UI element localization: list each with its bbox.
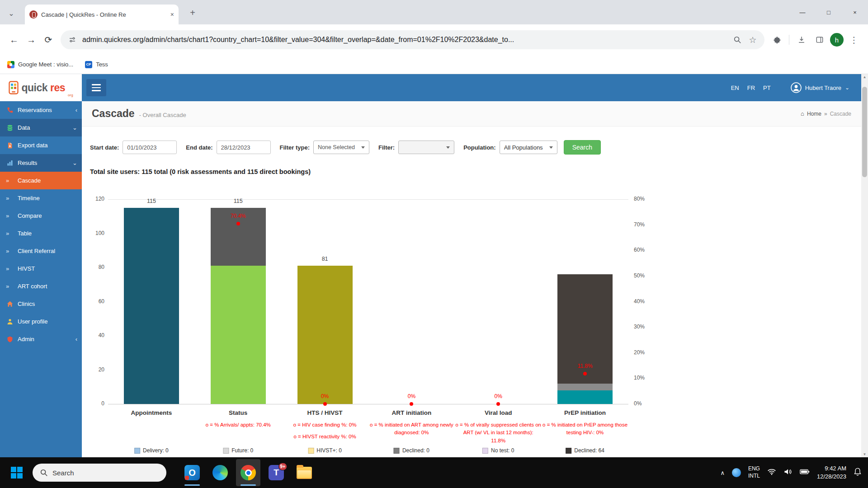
volume-icon[interactable] [783,468,793,477]
bookmark-star-icon[interactable]: ☆ [747,34,758,45]
downloads-icon[interactable] [794,32,809,47]
logo-text: quick [21,82,47,94]
legend-item: Declined: 64 [566,447,604,454]
taskbar-apps: O T9+ [180,459,316,486]
chevron-down-icon: ⌄ [72,124,77,131]
user-menu[interactable]: Hubert Traore ⌄ [791,82,849,93]
population-value: All Populations [504,144,545,151]
page-header: Cascade - Overall Cascade ⌂ Home » Casca… [82,101,861,127]
sidebar-item-cascade[interactable]: »Cascade [0,172,82,189]
url-text: admin.quickres.org/admin/charts/chart1?c… [82,36,727,44]
battery-icon[interactable] [800,469,810,477]
forward-button[interactable]: → [23,31,40,48]
sidebar-item-export-data[interactable]: Export data [0,136,82,154]
extensions-icon[interactable] [769,32,784,47]
bookmark-tess[interactable]: CP Tess [85,61,108,68]
legend-swatch [308,448,314,454]
sidebar-item-compare[interactable]: »Compare [0,207,82,225]
filter-type-select[interactable]: None Selected [313,141,369,154]
search-button[interactable]: Search [564,140,601,155]
language-line2: INTL [748,473,760,480]
tray-app-icon[interactable] [732,468,741,477]
sidebar-item-hivst[interactable]: »HIVST [0,260,82,277]
scroll-up-icon[interactable]: ▲ [863,75,867,79]
sidebar-item-clinics[interactable]: Clinics [0,295,82,313]
taskbar-search[interactable]: Search [33,464,166,482]
tab-close-icon[interactable]: × [170,11,174,18]
sidebar-item-label: Client Referral [18,248,77,254]
language-pt[interactable]: PT [763,84,771,91]
chart-marker-label: 11.8% [562,363,608,369]
bookmark-google-meet[interactable]: Google Meet : visio... [7,61,73,68]
url-bar[interactable]: admin.quickres.org/admin/charts/chart1?c… [61,30,764,49]
sidebar-item-label: User profile [18,318,77,325]
tab-list-chevron-icon[interactable]: ⌄ [5,7,17,19]
sidebar-item-client-referral[interactable]: »Client Referral [0,242,82,260]
back-button[interactable]: ← [5,31,23,48]
sidebar-item-label: Table [18,230,77,237]
language-fr[interactable]: FR [747,84,755,91]
quickres-logo[interactable]: quickresorg [0,74,82,101]
start-date-input[interactable] [123,141,177,154]
tray-chevron-icon[interactable]: ∧ [720,469,725,476]
taskbar-explorer-icon[interactable] [292,459,316,486]
sidebar-item-label: Reservations [18,107,75,113]
y-axis-tick-right: 70% [634,221,645,228]
chart-annotation: o = % of virally suppressed clients on A… [455,421,541,445]
sidebar-item-user-profile[interactable]: User profile [0,313,82,330]
side-panel-icon[interactable] [812,32,827,47]
reload-button[interactable]: ⟳ [40,31,57,48]
sidebar-item-label: Timeline [18,195,77,202]
sidebar-item-label: ART cohort [18,283,77,290]
menu-kebab-icon[interactable]: ⋮ [846,32,862,47]
chart-annotations: o = HIV case finding %: 0%o = HIVST reac… [282,421,368,441]
new-tab-button[interactable]: + [186,6,199,19]
taskbar-chrome-icon[interactable] [236,459,260,486]
start-button[interactable] [11,467,23,479]
end-date-input[interactable] [217,141,271,154]
windows-taskbar: Search O T9+ ∧ ENG INTL 9:42 AM 12/28/20… [0,457,868,488]
chart-bar-segment [557,384,613,390]
caret-down-icon [549,146,553,149]
scrollbar-thumb[interactable] [862,87,867,177]
taskbar-clock[interactable]: 9:42 AM 12/28/2023 [817,465,846,480]
chart-bar-segment [124,208,179,404]
total-users-summary: Total site users: 115 total (0 risk asse… [90,168,861,175]
taskbar-teams-icon[interactable]: T9+ [264,459,288,486]
wifi-icon[interactable] [767,468,776,477]
logo-text: res [50,82,65,94]
chart-annotation: o = % Arrivals/ appts: 70.4% [195,421,281,429]
window-minimize-button[interactable]: — [789,0,816,24]
sidebar-item-results[interactable]: Results⌄ [0,154,82,172]
language-en[interactable]: EN [731,84,739,91]
sidebar-item-art-cohort[interactable]: »ART cohort [0,277,82,295]
toolbar-divider [789,35,789,45]
population-select[interactable]: All Populations [500,141,557,154]
sidebar-item-table[interactable]: »Table [0,225,82,242]
taskbar-edge-icon[interactable] [208,459,232,486]
zoom-icon[interactable] [732,34,743,45]
filter-select[interactable] [398,141,454,154]
chart-annotation: o = % initiated on PrEP among those test… [542,421,628,437]
breadcrumb-home[interactable]: Home [807,111,821,117]
chart-annotation: o = % initiated on ART among newly diagn… [368,421,454,437]
admin-icon [6,336,14,343]
sidebar-item-admin[interactable]: Admin‹ [0,330,82,348]
sidebar-item-timeline[interactable]: »Timeline [0,189,82,207]
window-close-button[interactable]: × [842,0,868,24]
chart-bar-segment [557,390,613,404]
y-axis-tick-left: 120 [82,196,104,202]
browser-tab[interactable]: Cascade | QuickRes - Online Re × [25,5,179,24]
scroll-down-icon[interactable]: ▼ [863,452,867,456]
notification-bell-icon[interactable] [854,467,862,478]
browser-profile-avatar[interactable]: h [830,33,844,47]
hamburger-menu-icon[interactable] [86,79,106,96]
site-settings-icon[interactable] [67,34,78,45]
window-controls: — □ × [789,0,868,24]
taskbar-outlook-icon[interactable]: O [180,459,204,486]
sidebar-item-data[interactable]: Data⌄ [0,119,82,136]
sidebar-item-reservations[interactable]: Reservations‹ [0,101,82,119]
window-maximize-button[interactable]: □ [816,0,842,24]
page-scrollbar[interactable]: ▲ ▼ [861,74,868,457]
language-indicator[interactable]: ENG INTL [748,465,760,479]
